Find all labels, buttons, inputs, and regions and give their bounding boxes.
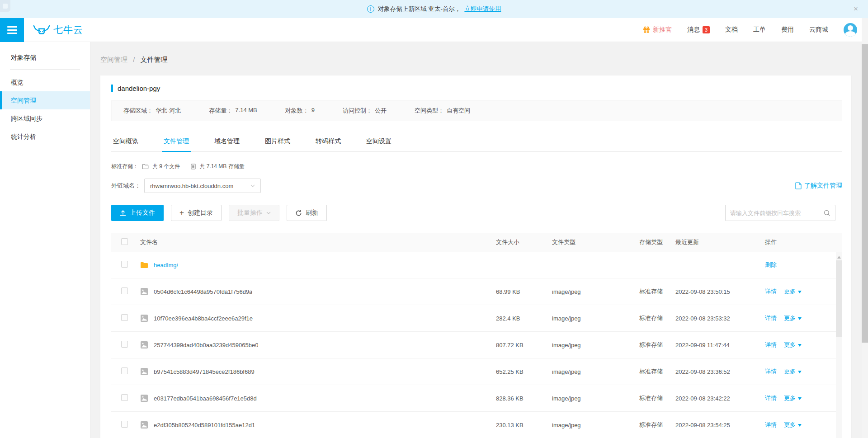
info-value: 公开	[375, 107, 387, 115]
file-type: image/jpeg	[552, 342, 639, 349]
nav-marketplace[interactable]: 云商城	[809, 26, 828, 34]
detail-link[interactable]: 详情	[765, 421, 777, 429]
storage-type: 标准存储	[639, 421, 675, 429]
more-dropdown[interactable]: 更多	[784, 287, 802, 296]
folder-icon	[140, 262, 148, 268]
detail-link[interactable]: 详情	[765, 287, 777, 296]
storage-summary: 标准存储： 共 9 个文件 共 7.14 MB 存储量	[111, 163, 842, 170]
table-row: 257744399dad40b0aa3239d459065be0 807.72 …	[111, 332, 842, 358]
search-input[interactable]	[730, 210, 824, 217]
sidebar-item-cross-region-sync[interactable]: 跨区域同步	[0, 109, 90, 127]
row-checkbox[interactable]	[121, 261, 128, 268]
row-checkbox[interactable]	[121, 394, 128, 401]
tab-file-management[interactable]: 文件管理	[162, 133, 191, 152]
caret-down-icon	[798, 344, 802, 349]
last-updated: 2022-09-08 23:53:32	[675, 315, 765, 322]
qiniu-logo[interactable]: 七牛云	[33, 24, 83, 36]
nav-promoter[interactable]: 新推官	[643, 26, 672, 34]
breadcrumb-parent[interactable]: 空间管理	[100, 56, 127, 63]
learn-file-management-link[interactable]: 了解文件管理	[795, 182, 842, 190]
page-scrollbar[interactable]	[862, 18, 868, 438]
table-scrollbar-thumb[interactable]	[836, 260, 842, 337]
storage-type: 标准存储	[639, 394, 675, 402]
image-file-icon	[140, 421, 148, 429]
col-file-size: 文件大小	[496, 238, 552, 246]
file-name: b97541c5883d4971845ece2f186bf689	[154, 368, 255, 375]
detail-link[interactable]: 详情	[765, 314, 777, 322]
summary-prefix: 标准存储：	[111, 163, 138, 170]
sidebar-item-statistics[interactable]: 统计分析	[0, 127, 90, 146]
bucket-panel: dandelion-pgy 存储区域：华北-河北 存储量：7.14 MB 对象数…	[100, 75, 851, 438]
domain-select[interactable]: rhwamrwoo.hb-bkt.clouddn.com	[144, 179, 261, 193]
tab-image-styles[interactable]: 图片样式	[263, 133, 292, 152]
row-checkbox[interactable]	[121, 367, 128, 374]
notification-text: 对象存储上新区域 亚太-首尔，	[378, 5, 461, 13]
breadcrumb-separator: /	[133, 56, 135, 63]
last-updated: 2022-09-08 23:50:15	[675, 288, 765, 295]
detail-link[interactable]: 详情	[765, 341, 777, 349]
tab-bucket-overview[interactable]: 空间概览	[111, 133, 140, 152]
delete-link[interactable]: 删除	[765, 261, 777, 269]
nav-billing[interactable]: 费用	[781, 26, 794, 34]
table-scrollbar[interactable]	[836, 252, 842, 438]
row-checkbox[interactable]	[121, 287, 128, 294]
bull-icon	[33, 24, 50, 36]
row-checkbox[interactable]	[121, 421, 128, 428]
tab-bucket-settings[interactable]: 空间设置	[364, 133, 393, 152]
image-file-icon	[140, 314, 148, 322]
menu-button[interactable]	[0, 18, 24, 42]
upload-file-button[interactable]: 上传文件	[111, 205, 164, 221]
bucket-info-strip: 存储区域：华北-河北 存储量：7.14 MB 对象数：9 访问控制：公开 空间类…	[111, 100, 842, 121]
detail-link[interactable]: 详情	[765, 367, 777, 376]
detail-link[interactable]: 详情	[765, 394, 777, 402]
notification-apply-link[interactable]: 立即申请使用	[464, 5, 501, 13]
more-dropdown[interactable]: 更多	[784, 314, 802, 322]
caret-down-icon	[798, 397, 802, 402]
hamburger-icon	[7, 26, 17, 34]
table-row-folder: headImg/ 删除	[111, 252, 842, 278]
page-scrollbar-thumb[interactable]	[862, 44, 868, 343]
image-file-icon	[140, 367, 148, 376]
notification-bar: i 对象存储上新区域 亚太-首尔， 立即申请使用 ×	[0, 0, 868, 18]
tab-transcode-styles[interactable]: 转码样式	[314, 133, 343, 152]
corner-widget-icon	[3, 4, 8, 9]
nav-tickets[interactable]: 工单	[753, 26, 766, 34]
bucket-title: dandelion-pgy	[111, 85, 842, 92]
refresh-button[interactable]: 刷新	[287, 205, 327, 221]
scroll-up-icon[interactable]	[837, 254, 841, 259]
qiniu-console-screen: i 对象存储上新区域 亚太-首尔， 立即申请使用 × 七牛云	[0, 0, 868, 438]
nav-docs[interactable]: 文档	[725, 26, 738, 34]
file-type: image/jpeg	[552, 368, 639, 375]
message-count-badge: 3	[703, 26, 710, 33]
tab-domain-management[interactable]: 域名管理	[212, 133, 241, 152]
nav-messages[interactable]: 消息 3	[687, 26, 710, 34]
summary-file-count: 共 9 个文件	[152, 163, 180, 170]
batch-operation-button[interactable]: 批量操作	[229, 205, 279, 221]
table-row: e03177edba0541baa698456f7e1e5d8d 828.36 …	[111, 385, 842, 412]
more-dropdown[interactable]: 更多	[784, 421, 802, 429]
col-file-name: 文件名	[140, 238, 496, 246]
create-directory-button[interactable]: + 创建目录	[171, 205, 222, 221]
last-updated: 2022-09-08 23:42:22	[675, 395, 765, 402]
folder-name-link[interactable]: headImg/	[154, 262, 178, 268]
sidebar-item-bucket-management[interactable]: 空间管理	[0, 91, 90, 109]
avatar[interactable]	[844, 23, 857, 37]
row-checkbox[interactable]	[121, 314, 128, 321]
more-dropdown[interactable]: 更多	[784, 394, 802, 402]
sidebar-item-overview[interactable]: 概览	[0, 73, 90, 91]
more-dropdown[interactable]: 更多	[784, 367, 802, 376]
search-icon[interactable]	[824, 210, 830, 217]
corner-widget[interactable]	[0, 0, 10, 12]
col-actions: 操作	[765, 238, 842, 246]
last-updated: 2022-09-08 23:36:52	[675, 368, 765, 375]
row-checkbox[interactable]	[121, 341, 128, 348]
select-all-checkbox[interactable]	[121, 238, 128, 245]
file-type: image/jpeg	[552, 422, 639, 429]
more-dropdown[interactable]: 更多	[784, 341, 802, 349]
bucket-name: dandelion-pgy	[118, 85, 160, 92]
file-name: 10f70ee396ea4b8ba4ccf2eee6a29f1e	[154, 315, 253, 322]
sidebar-title: 对象存储	[0, 49, 90, 69]
document-icon	[795, 182, 802, 189]
table-rows: headImg/ 删除	[111, 252, 842, 438]
close-icon[interactable]: ×	[854, 5, 858, 13]
